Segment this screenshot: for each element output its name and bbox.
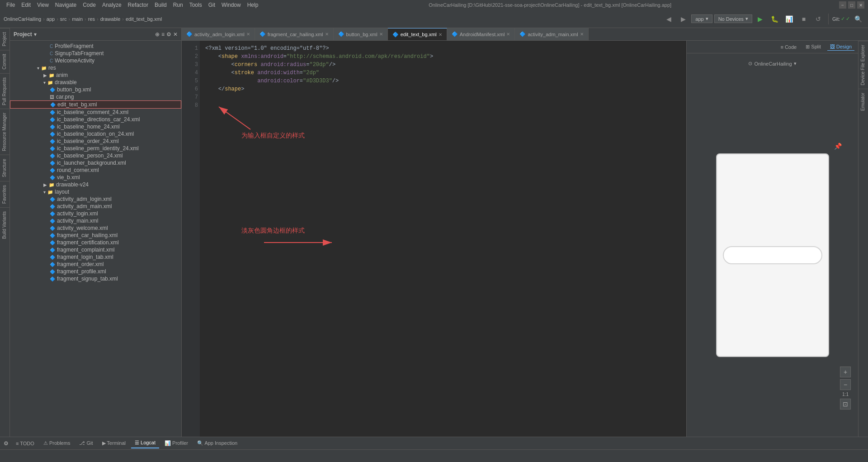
back-button[interactable]: ◀ — [662, 13, 675, 25]
emulator-tab[interactable]: Emulator — [859, 89, 868, 114]
device-dropdown-chevron[interactable]: ▾ — [794, 61, 797, 67]
tree-item-adm-login[interactable]: 🔷 activity_adm_login.xml — [10, 195, 181, 203]
tree-item-main[interactable]: 🔷 activity_main.xml — [10, 217, 181, 224]
tab-button-bg[interactable]: 🔷 button_bg.xml ✕ — [334, 28, 388, 40]
menu-view[interactable]: View — [34, 1, 52, 9]
project-scope-icon[interactable]: ⊕ — [155, 31, 160, 38]
tab-android-manifest[interactable]: 🔷 AndroidManifest.xml ✕ — [447, 28, 515, 40]
tree-item-anim[interactable]: ▶ 📁 anim — [10, 71, 181, 79]
settings-icon[interactable]: ⚙ — [4, 440, 9, 447]
tree-item-res[interactable]: ▾ 📁 res — [10, 64, 181, 71]
tree-item-button-bg[interactable]: 🔷 button_bg.xml — [10, 86, 181, 93]
tab-close[interactable]: ✕ — [439, 32, 442, 37]
menu-code[interactable]: Code — [80, 1, 99, 9]
project-close-icon[interactable]: ✕ — [173, 31, 178, 38]
pull-requests-side-tab[interactable]: Pull Requests — [0, 73, 9, 109]
structure-side-tab[interactable]: Structure — [0, 155, 9, 181]
tree-item-welcome-activity[interactable]: C WelcomeActivity — [10, 57, 181, 64]
tree-item-welcome[interactable]: 🔷 activity_welcome.xml — [10, 224, 181, 232]
tree-item-ic-person[interactable]: 🔷 ic_baseline_person_24.xml — [10, 152, 181, 159]
project-settings-icon[interactable]: ⚙ — [166, 31, 171, 38]
debug-button[interactable]: 🐛 — [769, 13, 781, 25]
menu-analyze[interactable]: Analyze — [99, 1, 124, 9]
design-view-btn[interactable]: 🖼 Design — [827, 43, 854, 51]
tab-close[interactable]: ✕ — [580, 32, 584, 37]
tree-item-round-corner[interactable]: 🔷 round_corner.xml — [10, 167, 181, 174]
tab-app-inspection[interactable]: 🔍 App Inspection — [193, 438, 241, 448]
stop-button[interactable]: ■ — [797, 13, 810, 25]
tree-item-ic-location[interactable]: 🔷 ic_baseline_location_on_24.xml — [10, 130, 181, 138]
tree-item-adm-main[interactable]: 🔷 activity_adm_main.xml — [10, 203, 181, 210]
resource-manager-side-tab[interactable]: Resource Manager — [0, 109, 9, 155]
tree-item-profile[interactable]: 🔷 fragment_profile.xml — [10, 268, 181, 275]
tree-item-order[interactable]: 🔷 fragment_order.xml — [10, 261, 181, 268]
tab-profiler[interactable]: 📊 Profiler — [161, 438, 192, 448]
zoom-out-button[interactable]: − — [840, 379, 851, 390]
tab-problems[interactable]: ⚠ Problems — [40, 438, 74, 448]
tab-adm-login[interactable]: 🔷 activity_adm_login.xml ✕ — [182, 28, 255, 40]
tab-terminal[interactable]: ▶ Terminal — [99, 438, 129, 448]
tree-item-certification[interactable]: 🔷 fragment_certification.xml — [10, 239, 181, 246]
tree-item-drawable-v24[interactable]: ▶ 📁 drawable-v24 — [10, 181, 181, 188]
tab-git[interactable]: ⎇ Git — [75, 438, 96, 448]
device-file-explorer-tab[interactable]: Device File Explorer — [859, 41, 868, 89]
breadcrumb-app[interactable]: app — [47, 16, 55, 22]
run-button[interactable]: ▶ — [754, 13, 767, 25]
tree-item-ic-perm[interactable]: 🔷 ic_baseline_perm_identity_24.xml — [10, 145, 181, 152]
fit-screen-button[interactable]: ⊡ — [840, 399, 851, 410]
project-sort-icon[interactable]: ≡ — [161, 31, 165, 38]
tree-item-login[interactable]: 🔷 activity_login.xml — [10, 210, 181, 217]
tree-item-signup-tab[interactable]: 🔷 fragment_signup_tab.xml — [10, 275, 181, 282]
breadcrumb-drawable[interactable]: drawable — [100, 16, 121, 22]
device-selector[interactable]: No Devices ▾ — [714, 14, 752, 23]
close-button[interactable]: ✕ — [857, 1, 864, 9]
sync-button[interactable]: ↺ — [812, 13, 825, 25]
app-selector[interactable]: app ▾ — [691, 14, 712, 23]
tree-item-ic-order[interactable]: 🔷 ic_baseline_order_24.xml — [10, 138, 181, 145]
menu-refactor[interactable]: Refactor — [125, 1, 151, 9]
breadcrumb-root[interactable]: OnlineCarHailing — [4, 16, 41, 22]
tree-item-complaint[interactable]: 🔷 fragment_complaint.xml — [10, 246, 181, 253]
tree-item-profile-fragment[interactable]: C ProfileFragment — [10, 43, 181, 50]
tree-item-drawable[interactable]: ▾ 📁 drawable — [10, 79, 181, 86]
tree-item-ic-launcher[interactable]: 🔷 ic_launcher_background.xml — [10, 159, 181, 167]
menu-window[interactable]: Window — [219, 1, 244, 9]
project-side-tab[interactable]: Project — [0, 28, 9, 50]
menu-build[interactable]: Build — [152, 1, 170, 9]
favorites-side-tab[interactable]: Favorites — [0, 181, 9, 207]
breadcrumb-res[interactable]: res — [88, 16, 95, 22]
minimize-button[interactable]: − — [839, 1, 846, 9]
tab-logcat[interactable]: ☰ Logcat — [131, 438, 159, 448]
menu-edit[interactable]: Edit — [19, 1, 33, 9]
tree-item-car-hailing[interactable]: 🔷 fragment_car_hailing.xml — [10, 232, 181, 239]
git-check1[interactable]: ✓ — [841, 16, 845, 22]
split-view-btn[interactable]: ⊞ Split — [803, 43, 823, 51]
tree-item-edit-text-bg[interactable]: 🔷 edit_text_bg.xml — [10, 100, 181, 109]
tree-item-signup-fragment[interactable]: C SignupTabFragment — [10, 50, 181, 57]
tree-item-ic-home[interactable]: 🔷 ic_baseline_home_24.xml — [10, 123, 181, 130]
menu-navigate[interactable]: Navigate — [52, 1, 79, 9]
tree-item-car-png[interactable]: 🖼 car.png — [10, 93, 181, 100]
tab-adm-main[interactable]: 🔷 activity_adm_main.xml ✕ — [515, 28, 588, 40]
tab-todo[interactable]: ≡ TODO — [12, 439, 38, 448]
code-view-btn[interactable]: ≡ Code — [778, 43, 799, 51]
build-variants-side-tab[interactable]: Build Variants — [0, 207, 9, 243]
menu-run[interactable]: Run — [170, 1, 186, 9]
menu-help[interactable]: Help — [245, 1, 261, 9]
pin-icon[interactable]: 📌 — [834, 143, 842, 150]
tree-item-ic-comment[interactable]: 🔷 ic_baseline_comment_24.xml — [10, 109, 181, 116]
tab-edit-text-bg[interactable]: 🔷 edit_text_bg.xml ✕ — [388, 28, 447, 40]
maximize-button[interactable]: □ — [848, 1, 855, 9]
tree-item-ic-directions[interactable]: 🔷 ic_baseline_directions_car_24.xml — [10, 116, 181, 123]
tab-close[interactable]: ✕ — [379, 32, 383, 37]
tree-item-vie-b[interactable]: 🔷 vie_b.xml — [10, 174, 181, 181]
tree-item-layout[interactable]: ▾ 📁 layout — [10, 188, 181, 195]
breadcrumb-file[interactable]: edit_text_bg.xml — [126, 16, 162, 22]
breadcrumb-src[interactable]: src — [60, 16, 67, 22]
search-button[interactable]: 🔍 — [852, 13, 864, 25]
tab-close[interactable]: ✕ — [325, 32, 329, 37]
git-check2[interactable]: ✓ — [846, 16, 850, 22]
tab-car-hailing[interactable]: 🔷 fragment_car_hailing.xml ✕ — [255, 28, 334, 40]
tab-close[interactable]: ✕ — [506, 32, 510, 37]
menu-git[interactable]: Git — [206, 1, 218, 9]
